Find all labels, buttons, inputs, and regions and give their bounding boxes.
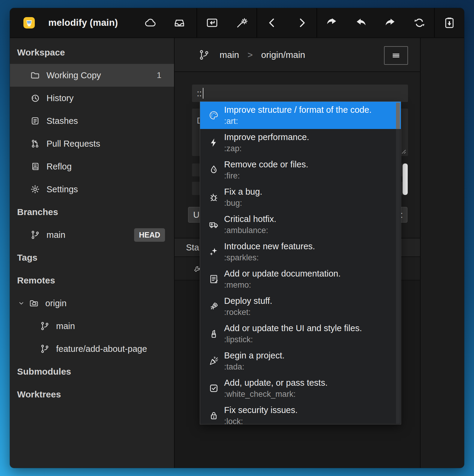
gitmoji-option-text: Begin a project.:tada: (224, 350, 285, 373)
dropdown-scrollbar[interactable] (396, 102, 400, 424)
lock-emoji-icon (208, 410, 219, 421)
gitmoji-option-text: Add, update, or pass tests.:white_check_… (224, 377, 328, 400)
dropdown-scrollbar-thumb[interactable] (396, 103, 400, 129)
remote-icon (28, 297, 40, 309)
chevron-right-button[interactable] (291, 12, 312, 33)
return-box-button[interactable] (202, 12, 223, 33)
chevron-down-icon[interactable] (17, 299, 26, 307)
gitmoji-option-zap[interactable]: Improve performance.:zap: (200, 129, 401, 156)
sidebar-section-tags: Tags (10, 246, 174, 269)
sidebar-section-branches: Branches (10, 201, 174, 223)
sidebar-item-label: Working Copy (46, 70, 101, 80)
clipboard-down-button[interactable] (439, 12, 460, 33)
breadcrumb-branch[interactable]: main (220, 50, 239, 60)
share-button[interactable] (321, 12, 342, 33)
gitmoji-option-list: Improve structure / format of the code.:… (200, 102, 401, 424)
redo-icon (384, 16, 397, 29)
sync-button[interactable] (409, 12, 430, 33)
toolbar-group-nav (256, 8, 316, 37)
gitmoji-code: :fire: (224, 170, 308, 181)
gitmoji-option-tada[interactable]: Begin a project.:tada: (200, 347, 401, 375)
ambulance-emoji-icon (208, 219, 219, 230)
gitmoji-option-text: Fix security issues.:lock: (224, 404, 298, 425)
branch-icon (39, 343, 51, 355)
gitmoji-autocomplete-dropdown: Improve structure / format of the code.:… (200, 101, 401, 424)
gitmoji-option-memo[interactable]: Add or update documentation.:memo: (200, 265, 401, 293)
undo-button[interactable] (350, 12, 371, 33)
share-icon (326, 16, 338, 29)
desktop-background: { "colors": { "accent_blue": "#1b86e9", … (0, 0, 474, 476)
hamburger-icon (391, 50, 401, 61)
gitmoji-description: Improve structure / format of the code. (224, 104, 372, 116)
branch-icon (198, 49, 210, 61)
tada-emoji-icon (208, 355, 219, 367)
sidebar-item-stashes[interactable]: Stashes (10, 109, 174, 132)
sidebar-item-settings[interactable]: Settings (10, 178, 174, 201)
gitmoji-description: Begin a project. (224, 350, 285, 361)
gitmoji-option-sparkles[interactable]: Introduce new features.:sparkles: (200, 238, 401, 265)
breadcrumb-upstream[interactable]: origin/main (261, 50, 305, 60)
window-title: melodify (main) (48, 17, 118, 28)
chevron-left-icon (266, 16, 278, 29)
sidebar-item-label: Reflog (46, 162, 72, 172)
sidebar-section-remotes: Remotes (10, 269, 174, 292)
gitmoji-option-text: Fix a bug.:bug: (224, 186, 262, 209)
white-scrollbar-fragment[interactable] (403, 163, 408, 195)
sidebar-item-pull-requests[interactable]: Pull Requests (10, 132, 174, 155)
cloud-button[interactable] (140, 12, 161, 33)
gitmoji-description: Remove code or files. (224, 159, 308, 170)
stash-icon (29, 115, 41, 127)
gitmoji-option-art[interactable]: Improve structure / format of the code.:… (200, 102, 401, 129)
gitmoji-option-text: Add or update the UI and style files.:li… (224, 322, 362, 345)
sidebar-item-reflog[interactable]: Reflog (10, 155, 174, 178)
sidebar-item-origin[interactable]: origin (10, 292, 174, 315)
gitmoji-code: :rocket: (224, 307, 272, 318)
cloud-icon (144, 16, 157, 29)
gitmoji-option-text: Deploy stuff.:rocket: (224, 295, 272, 318)
gitmoji-code: :bug: (224, 198, 262, 209)
gitmoji-option-text: Improve structure / format of the code.:… (224, 104, 372, 127)
chevron-left-button[interactable] (262, 12, 283, 33)
commit-summary-input[interactable]: :: (192, 85, 408, 102)
sidebar-section-worktrees: Worktrees (10, 383, 174, 406)
count-badge: 1 (157, 70, 161, 80)
pane-divider[interactable] (420, 38, 421, 468)
gitmoji-option-lipstick[interactable]: Add or update the UI and style files.:li… (200, 320, 401, 347)
gitmoji-code: :ambulance: (224, 225, 276, 236)
clipboard-down-icon (443, 16, 456, 29)
sidebar-item-label: Stashes (46, 116, 78, 126)
gitmoji-code: :sparkles: (224, 252, 315, 263)
sidebar-item-feature-add-about-page[interactable]: feature/add-about-page (10, 337, 174, 360)
app-logo-icon (22, 16, 36, 30)
tray-icon (173, 16, 186, 29)
sidebar-item-main[interactable]: mainHEAD (10, 223, 174, 246)
wand-button[interactable] (231, 12, 252, 33)
branch-icon (29, 229, 41, 241)
redo-button[interactable] (380, 12, 401, 33)
memo-emoji-icon (208, 274, 219, 285)
sidebar-item-history[interactable]: History (10, 87, 174, 109)
gitmoji-option-white-check-mark[interactable]: Add, update, or pass tests.:white_check_… (200, 375, 401, 402)
breadcrumb-separator: > (248, 50, 253, 60)
sidebar-item-working-copy[interactable]: Working Copy1 (10, 64, 174, 87)
gitmoji-option-rocket[interactable]: Deploy stuff.:rocket: (200, 293, 401, 320)
right-pane (421, 38, 464, 468)
gitmoji-description: Critical hotfix. (224, 213, 276, 225)
branch-bar: main > origin/main (175, 38, 420, 72)
gitmoji-option-bug[interactable]: Fix a bug.:bug: (200, 184, 401, 211)
gitmoji-option-lock[interactable]: Fix security issues.:lock: (200, 402, 401, 424)
toolbar-group-clipboard (434, 8, 464, 37)
text-caret (203, 88, 203, 99)
gitmoji-option-ambulance[interactable]: Critical hotfix.:ambulance: (200, 211, 401, 238)
sidebar-item-label: main (46, 230, 65, 240)
gitmoji-description: Fix a bug. (224, 186, 262, 198)
gitmoji-description: Add, update, or pass tests. (224, 377, 328, 389)
gitmoji-option-fire[interactable]: Remove code or files.:fire: (200, 156, 401, 184)
tray-button[interactable] (169, 12, 190, 33)
sparkles-emoji-icon (208, 246, 219, 258)
app-logo-glyph (22, 16, 36, 30)
branch-icon (39, 320, 51, 332)
sidebar-item-main[interactable]: main (10, 315, 174, 337)
branch-menu-button[interactable] (384, 46, 408, 65)
sidebar-item-label: feature/add-about-page (56, 344, 147, 354)
